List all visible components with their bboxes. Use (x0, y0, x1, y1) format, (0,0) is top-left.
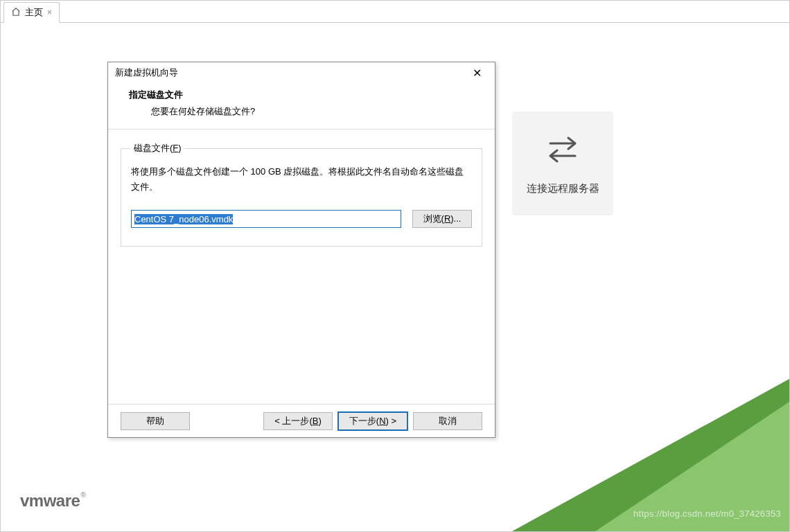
dialog-titlebar[interactable]: 新建虚拟机向导 ✕ (108, 62, 495, 83)
browse-button[interactable]: 浏览(R)... (412, 210, 472, 228)
help-button[interactable]: 帮助 (121, 412, 190, 430)
back-button[interactable]: < 上一步(B) (263, 412, 333, 430)
vmware-logo-reg: ® (80, 491, 85, 499)
tab-home[interactable]: 主页 × (3, 2, 60, 23)
next-button[interactable]: 下一步(N) > (338, 412, 407, 430)
disk-file-legend: 磁盘文件(F) (131, 142, 184, 154)
cancel-button[interactable]: 取消 (413, 412, 482, 430)
dialog-subheading: 您要在何处存储磁盘文件? (151, 105, 484, 118)
dialog-footer: 帮助 < 上一步(B) 下一步(N) > 取消 (108, 404, 495, 437)
vmware-logo: vmware® (20, 491, 85, 511)
swap-horizontal-icon (545, 132, 581, 166)
dialog-header: 指定磁盘文件 您要在何处存储磁盘文件? (108, 83, 495, 130)
dialog-title: 新建虚拟机向导 (115, 66, 178, 79)
new-vm-wizard-dialog: 新建虚拟机向导 ✕ 指定磁盘文件 您要在何处存储磁盘文件? 磁盘文件(F) 将使… (107, 62, 495, 438)
disk-file-group: 磁盘文件(F) 将使用多个磁盘文件创建一个 100 GB 虚拟磁盘。将根据此文件… (121, 142, 482, 247)
close-icon[interactable]: ✕ (463, 64, 491, 82)
dialog-heading: 指定磁盘文件 (129, 89, 484, 101)
dialog-body: 磁盘文件(F) 将使用多个磁盘文件创建一个 100 GB 虚拟磁盘。将根据此文件… (108, 130, 495, 404)
vmware-logo-text: vmware (20, 491, 80, 510)
connect-remote-label: 连接远程服务器 (527, 182, 599, 195)
tab-close-icon[interactable]: × (47, 8, 52, 17)
tab-bar: 主页 × (1, 1, 789, 23)
disk-file-row: 浏览(R)... (131, 210, 472, 228)
home-icon (11, 7, 21, 19)
watermark-text: https://blog.csdn.net/m0_37426353 (633, 508, 781, 519)
tab-label: 主页 (25, 6, 43, 19)
disk-file-description: 将使用多个磁盘文件创建一个 100 GB 虚拟磁盘。将根据此文件名自动命名这些磁… (131, 164, 472, 195)
connect-remote-card[interactable]: 连接远程服务器 (512, 112, 613, 215)
disk-file-input[interactable] (131, 210, 401, 228)
